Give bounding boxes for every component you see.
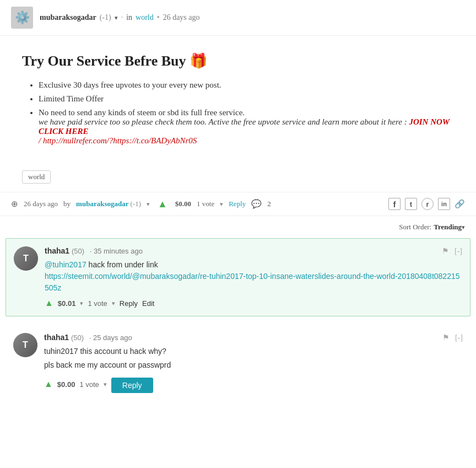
author-info: mubaraksogadar (-1) ▾ · in world • 26 da…	[40, 13, 200, 22]
tag-world[interactable]: world	[22, 170, 51, 184]
comment-2-flag-icon[interactable]: ⚑	[442, 333, 450, 342]
comment-1-mention[interactable]: @tuhin2017	[45, 260, 86, 269]
author-name[interactable]: mubaraksogadar	[40, 13, 96, 22]
italic-text: we have paid service too so please check…	[39, 117, 450, 145]
comment-2-avatar: T	[13, 333, 37, 357]
comment-2-body: thaha1 (50) · 25 days ago ⚑ [-] tuhin201…	[44, 333, 463, 393]
reply-button[interactable]: Reply	[229, 200, 246, 208]
comment-2-collapse-icon[interactable]: [-]	[455, 333, 463, 342]
comment-1-author[interactable]: thaha1	[45, 246, 69, 255]
in-text: in	[126, 13, 132, 22]
twitter-icon[interactable]: t	[405, 198, 417, 210]
sort-value[interactable]: Trending	[434, 223, 462, 232]
collapse-icon[interactable]: [-]	[455, 247, 462, 256]
separator: ·	[121, 13, 123, 22]
bullet-1: Exclusive 30 days free upvotes to your e…	[39, 80, 454, 90]
comment-1-rep: (50)	[72, 247, 84, 255]
comment-1-votes: 1 vote	[88, 299, 107, 308]
vote-count: 1 vote	[197, 200, 214, 208]
bullet-2: Limited Time Offer	[39, 94, 454, 104]
flag-icon[interactable]: ⚑	[442, 246, 449, 256]
comment-1-upvote[interactable]: ▲	[45, 298, 53, 308]
comment-2-time: · 25 days ago	[89, 333, 132, 342]
author-rep: (-1)	[100, 13, 111, 22]
facebook-icon[interactable]: f	[388, 198, 401, 210]
footer-time: 26 days ago	[24, 200, 58, 208]
url-link[interactable]: / http://nullrefer.com/?https://t.co/BAD…	[39, 136, 197, 145]
post-body: Exclusive 30 days free upvotes to your e…	[22, 80, 454, 146]
comment-1-payout: $0.01	[58, 299, 76, 308]
comment-2-upvote[interactable]: ▲	[44, 379, 53, 389]
comment-2-line2: pls back me my account or passwprd	[44, 359, 463, 371]
comment-icon: 💬	[251, 199, 262, 209]
comment-1-header: thaha1 (50) · 35 minutes ago ⚑ [-]	[45, 246, 462, 256]
comment-1-reply-button[interactable]: Reply	[120, 299, 138, 308]
comment-2-author-row: thaha1 (50) · 25 days ago	[44, 333, 132, 342]
comment-2-actions: ⚑ [-]	[442, 333, 463, 342]
author-header: ⚙️ mubaraksogadar (-1) ▾ · in world • 26…	[0, 0, 476, 36]
sort-order-row: Sort Order: Trending ▾	[0, 216, 476, 238]
vote-chevron-icon[interactable]: ▾	[220, 201, 223, 208]
post-time: 26 days ago	[163, 13, 200, 22]
payout: $0.00	[175, 200, 191, 208]
comment-count: 2	[267, 200, 271, 208]
comments-section: T thaha1 (50) · 35 minutes ago ⚑ [-] @tu…	[0, 238, 476, 401]
clock-icon: ⊕	[11, 199, 18, 209]
comment-2-vote-chevron[interactable]: ▾	[104, 381, 107, 388]
page-container: ⚙️ mubaraksogadar (-1) ▾ · in world • 26…	[0, 0, 476, 401]
footer-author[interactable]: mubaraksogadar (-1)	[76, 200, 141, 208]
sort-chevron-icon[interactable]: ▾	[462, 224, 465, 231]
sort-label: Sort Order:	[399, 223, 431, 232]
avatar-circle-1: T	[14, 246, 38, 271]
post-title: Try Our Service Befre Buy 🎁	[22, 52, 454, 69]
bullet-3: No need to send any kinds of steem or sb…	[39, 108, 454, 146]
author-avatar-icon: ⚙️	[11, 7, 33, 29]
comment-2: T thaha1 (50) · 25 days ago ⚑ [-] tuhin2…	[6, 325, 470, 401]
comment-2-rep: (50)	[71, 333, 84, 342]
comment-1-link[interactable]: https://steemit.com/world/@mubaraksogada…	[45, 272, 460, 292]
comment-1: T thaha1 (50) · 35 minutes ago ⚑ [-] @tu…	[6, 238, 470, 316]
linkedin-icon[interactable]: in	[438, 198, 450, 210]
link-icon[interactable]: 🔗	[455, 199, 465, 209]
world-tag[interactable]: world	[136, 13, 154, 22]
tags-row: world	[0, 162, 476, 192]
comment-1-avatar: T	[14, 246, 38, 271]
main-content: Try Our Service Befre Buy 🎁 Exclusive 30…	[0, 36, 476, 162]
gift-icon: 🎁	[190, 53, 207, 69]
comment-1-edit-button[interactable]: Edit	[142, 299, 154, 308]
comment-1-actions: ⚑ [-]	[442, 246, 462, 256]
comment-1-author-row: thaha1 (50) · 35 minutes ago	[45, 246, 143, 256]
comment-1-vote-chevron[interactable]: ▾	[112, 300, 115, 307]
comment-1-footer: ▲ $0.01 ▾ 1 vote ▾ Reply Edit	[45, 298, 462, 308]
footer-by: by	[63, 200, 71, 208]
comment-1-text: @tuhin2017 hack from under link https://…	[45, 259, 462, 294]
comment-1-time: · 35 minutes ago	[90, 247, 143, 255]
reddit-icon[interactable]: r	[421, 198, 434, 210]
comment-2-line1: tuhin2017 this account u hack why?	[44, 346, 463, 357]
comment-2-reply-button[interactable]: Reply	[111, 378, 153, 393]
comment-2-payout: $0.00	[57, 380, 75, 389]
chevron-down-icon[interactable]: ▾	[115, 14, 118, 21]
social-icons: f t r in 🔗	[388, 198, 465, 210]
comment-2-footer: ▲ $0.00 1 vote ▾ Reply	[44, 375, 463, 393]
comment-2-author[interactable]: thaha1	[44, 333, 69, 342]
comment-1-payout-chevron[interactable]: ▾	[80, 300, 83, 307]
author-chevron-icon[interactable]: ▾	[147, 201, 150, 208]
comment-1-body: thaha1 (50) · 35 minutes ago ⚑ [-] @tuhi…	[45, 246, 462, 308]
dot: •	[157, 13, 160, 22]
post-list: Exclusive 30 days free upvotes to your e…	[22, 80, 454, 146]
avatar-circle-2: T	[13, 333, 37, 357]
comment-1-text-after-mention: hack from under link	[89, 260, 158, 269]
upvote-button[interactable]: ▲	[155, 198, 170, 210]
comment-2-votes: 1 vote	[79, 380, 99, 389]
comment-2-header: thaha1 (50) · 25 days ago ⚑ [-]	[44, 333, 463, 342]
post-footer: ⊕ 26 days ago by mubaraksogadar (-1) ▾ ▲…	[0, 192, 476, 216]
